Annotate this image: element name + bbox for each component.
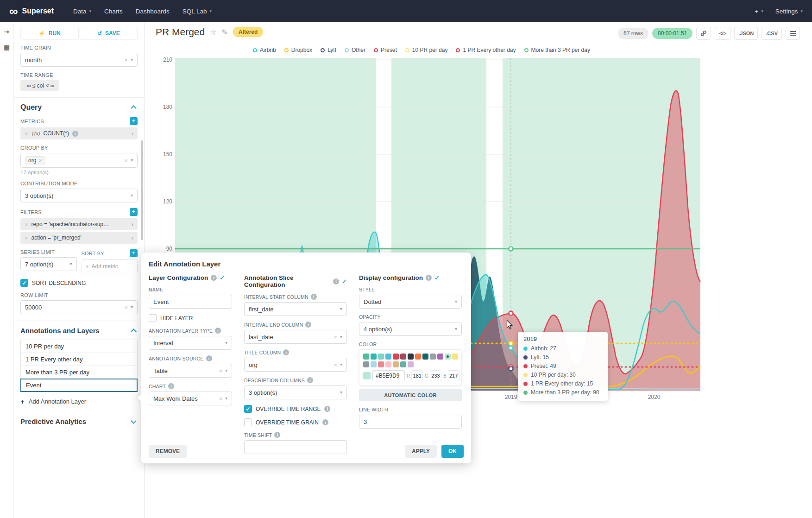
clear-icon[interactable]: × [334, 362, 337, 368]
share-link-button[interactable] [696, 27, 711, 40]
settings-menu[interactable]: Settings ▾ [775, 8, 803, 15]
color-swatch[interactable] [371, 354, 377, 360]
section-query[interactable]: Query [20, 103, 138, 112]
edit-title-icon[interactable]: ✎ [222, 28, 228, 37]
hide-layer-checkbox-row[interactable]: HIDE LAYER [149, 314, 232, 322]
section-annotations[interactable]: Annotations and Layers [20, 327, 138, 335]
checkbox-unchecked-icon[interactable] [244, 418, 252, 426]
embed-code-button[interactable]: </> [715, 27, 730, 40]
legend-item[interactable]: More than 3 PR per day [524, 47, 590, 53]
clear-icon[interactable]: × [124, 57, 128, 63]
color-swatch[interactable] [415, 354, 421, 360]
color-swatch[interactable] [452, 354, 458, 360]
section-predictive[interactable]: Predictive Analytics [20, 417, 138, 425]
color-swatch[interactable] [385, 354, 391, 360]
legend-item[interactable]: 1 PR Every other day [456, 47, 516, 53]
export-json-button[interactable]: .JSON [734, 27, 758, 40]
color-swatch[interactable] [400, 354, 406, 360]
style-select[interactable]: Dotted ▾ [359, 295, 462, 309]
annotation-layer-item[interactable]: More than 3 PR per day [20, 366, 138, 379]
rgb-g-value[interactable]: 233 [430, 370, 441, 381]
checkbox-checked-icon[interactable] [244, 405, 252, 413]
time-grain-select[interactable]: month × ▾ [20, 53, 138, 67]
remove-tag-icon[interactable]: × [38, 158, 42, 164]
legend-item[interactable]: Lyft [321, 47, 336, 53]
color-swatch[interactable] [408, 361, 414, 367]
color-swatch[interactable] [393, 354, 399, 360]
favorite-star-icon[interactable]: ☆ [210, 28, 216, 37]
sort-by-add-metric[interactable]: + Add metric [82, 259, 138, 273]
group-by-select[interactable]: org × × ▾ [20, 153, 138, 168]
export-csv-button[interactable]: .CSV [762, 27, 782, 40]
new-item-button[interactable]: + ▾ [755, 8, 763, 15]
filter-chip[interactable]: × action = 'pr_merged' › [20, 232, 138, 244]
color-swatch[interactable] [400, 361, 406, 367]
color-swatch[interactable] [430, 354, 436, 360]
color-swatch-selected[interactable] [445, 354, 451, 360]
sort-descending-checkbox-row[interactable]: SORT DESCENDING [20, 279, 138, 287]
description-columns-select[interactable]: 3 option(s) ▾ [244, 385, 347, 399]
legend-item[interactable]: Other [345, 47, 365, 53]
legend-item[interactable]: Airbnb [253, 47, 276, 53]
nav-menu-charts[interactable]: Charts [104, 8, 123, 15]
annotation-layer-item-selected[interactable]: Event [20, 379, 138, 392]
add-filter-icon[interactable]: + [130, 208, 138, 216]
color-swatch[interactable] [385, 361, 391, 367]
interval-end-column-select[interactable]: last_date × ▾ [244, 330, 347, 344]
color-swatch[interactable] [363, 361, 369, 367]
color-swatch[interactable] [437, 354, 443, 360]
line-width-input[interactable] [359, 415, 462, 429]
color-swatch[interactable] [408, 354, 414, 360]
name-input[interactable] [149, 295, 232, 309]
add-sort-metric-icon[interactable]: + [130, 249, 138, 257]
row-limit-select[interactable]: 50000 × ▾ [20, 300, 138, 314]
color-swatch[interactable] [378, 361, 384, 367]
run-button[interactable]: ⚡ RUN [20, 27, 79, 39]
automatic-color-button[interactable]: AUTOMATIC COLOR [359, 389, 462, 401]
datasource-grid-icon[interactable]: ▦ [4, 44, 10, 51]
metric-chip[interactable]: × ƒ(x) COUNT(*) i › [20, 127, 138, 139]
color-swatch[interactable] [363, 354, 369, 360]
annotation-layer-item[interactable]: 1 PR Every other day [20, 353, 138, 366]
nav-menu-data[interactable]: Data ▾ [73, 8, 91, 15]
clear-icon[interactable]: × [334, 334, 337, 340]
legend-item[interactable]: Dropbox [284, 47, 312, 53]
rgb-b-value[interactable]: 217 [448, 370, 460, 381]
interval-start-column-select[interactable]: first_date ▾ [244, 302, 347, 316]
collapse-panel-icon[interactable]: ⇥ [4, 28, 10, 35]
remove-icon[interactable]: × [25, 221, 28, 227]
hex-color-input[interactable] [372, 370, 405, 381]
color-swatch[interactable] [422, 354, 428, 360]
title-column-select[interactable]: org × ▾ [244, 358, 347, 372]
annotation-layer-item[interactable]: 10 PR per day [20, 340, 138, 353]
more-menu-button[interactable] [786, 27, 800, 40]
nav-menu-sqllab[interactable]: SQL Lab ▾ [183, 8, 212, 15]
checkbox-unchecked-icon[interactable] [149, 314, 157, 322]
group-by-tag[interactable]: org × [25, 156, 45, 164]
filter-chip[interactable]: × repo = 'apache/incubator-supers... › [20, 218, 138, 230]
clear-icon[interactable]: × [219, 396, 222, 402]
checkbox-checked-icon[interactable] [20, 279, 28, 287]
legend-item[interactable]: Preset [374, 47, 397, 53]
altered-badge[interactable]: Altered [233, 27, 263, 37]
override-time-range-checkbox-row[interactable]: OVERRIDE TIME RANGE i [244, 405, 347, 413]
clear-icon[interactable]: × [124, 304, 128, 310]
rgb-r-value[interactable]: 181 [411, 370, 423, 381]
legend-item[interactable]: 10 PR per day [405, 47, 448, 53]
apply-button[interactable]: APPLY [405, 445, 437, 458]
nav-menu-dashboards[interactable]: Dashboards [136, 8, 170, 15]
opacity-select[interactable]: 4 option(s) ▾ [359, 322, 462, 336]
color-swatch[interactable] [371, 361, 377, 367]
remove-button[interactable]: REMOVE [149, 445, 187, 458]
scrollbar-thumb[interactable] [141, 140, 143, 240]
save-button[interactable]: ↺ SAVE [80, 27, 138, 39]
chart-select[interactable]: Max Work Dates × ▾ [149, 392, 232, 405]
remove-icon[interactable]: × [25, 235, 28, 241]
annotation-source-select[interactable]: Table × ▾ [149, 364, 232, 378]
remove-icon[interactable]: × [25, 131, 28, 137]
annotation-layer-type-select[interactable]: Interval ▾ [149, 336, 232, 350]
add-metric-icon[interactable]: + [130, 117, 138, 125]
clear-icon[interactable]: × [124, 158, 128, 164]
time-range-chip[interactable]: -∞ ≤ col < ∞ [20, 80, 59, 91]
contribution-mode-select[interactable]: 3 option(s) ▾ [20, 189, 138, 202]
